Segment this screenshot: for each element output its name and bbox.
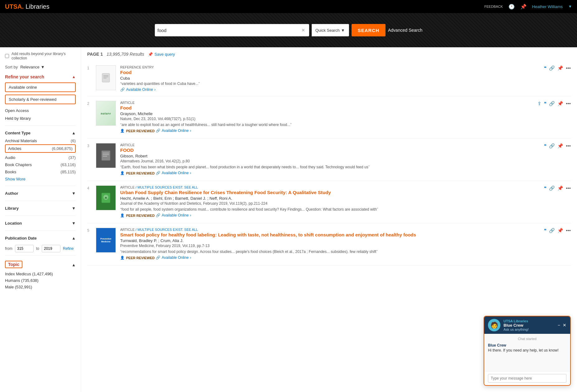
- content-type-item[interactable]: Audio (37): [5, 154, 76, 161]
- result-type-link[interactable]: / multiple sources exist. see all: [135, 185, 198, 189]
- quick-search-arrow-icon: ▼: [341, 28, 345, 33]
- result-title[interactable]: Food: [120, 70, 571, 75]
- topic-label[interactable]: Topic: [5, 261, 22, 268]
- topic-item[interactable]: Male (532,991): [5, 284, 76, 290]
- sort-dropdown[interactable]: Relevance ▼: [20, 65, 45, 69]
- available-online-link[interactable]: 🔗 Available Online ›: [120, 87, 156, 92]
- pin-icon[interactable]: 📌: [520, 4, 527, 10]
- chat-input[interactable]: [488, 374, 566, 383]
- result-title[interactable]: Food: [120, 105, 571, 110]
- link-copy-icon[interactable]: 🔗: [549, 143, 555, 149]
- result-type: ARTICLE / multiple sources exist. see al…: [120, 228, 571, 231]
- save-query-button[interactable]: 📌 Save query: [148, 52, 175, 57]
- available-online-link[interactable]: 🔗 Available Online ›: [156, 213, 191, 217]
- pub-date-from-input[interactable]: [15, 245, 34, 252]
- cite-icon[interactable]: ❝: [544, 65, 546, 71]
- refine-header: Refine your search ▲: [5, 74, 76, 79]
- cite-icon[interactable]: ❝: [544, 228, 546, 233]
- divider5: [5, 231, 76, 231]
- link-icon: 🔗: [156, 171, 160, 175]
- content-type-item[interactable]: Archival Materials (6): [5, 137, 76, 144]
- pub-date-label: Publication Date: [5, 236, 37, 240]
- history-icon[interactable]: 🕐: [508, 4, 515, 10]
- pub-date-to-input[interactable]: [42, 245, 60, 252]
- filter-open-access-link[interactable]: Open Access: [5, 107, 76, 114]
- search-submit-button[interactable]: SEARCH: [352, 24, 385, 36]
- result-body: REFERENCE ENTRY Food Cuba “varieties and…: [120, 65, 571, 92]
- link-icon: 🔗: [120, 87, 125, 92]
- topic-toggle-icon[interactable]: ▲: [72, 263, 76, 267]
- more-actions-icon[interactable]: •••: [566, 101, 571, 106]
- result-number: 5: [87, 228, 92, 261]
- pub-date-refine-button[interactable]: Refine: [63, 246, 74, 251]
- available-online-link[interactable]: 🔗 Available Online ›: [156, 255, 191, 260]
- quick-search-button[interactable]: Quick Search ▼: [312, 24, 349, 36]
- link-copy-icon[interactable]: 🔗: [549, 101, 555, 106]
- user-dropdown-icon[interactable]: ▼: [568, 4, 572, 9]
- library-header[interactable]: Library ▼: [5, 204, 76, 212]
- available-online-link[interactable]: 🔗 Available Online ›: [156, 171, 191, 175]
- filter-held-by-library-link[interactable]: Held by library: [5, 114, 76, 122]
- link-copy-icon[interactable]: 🔗: [549, 228, 555, 233]
- location-header[interactable]: Location ▼: [5, 219, 76, 227]
- pin-icon[interactable]: 📌: [557, 228, 563, 233]
- chat-brand: UTSA Libraries: [504, 319, 529, 323]
- result-thumb: [96, 185, 116, 210]
- content-type-item[interactable]: Books (85,115): [5, 168, 76, 175]
- search-clear-button[interactable]: ✕: [300, 28, 306, 33]
- refine-toggle[interactable]: ▲: [72, 75, 76, 79]
- more-actions-icon[interactable]: •••: [566, 143, 571, 148]
- content-type-header[interactable]: Content Type ▲: [5, 129, 76, 137]
- search-input[interactable]: [158, 28, 300, 33]
- topic-item[interactable]: Index Medicus (1,427,496): [5, 271, 76, 277]
- topic-item[interactable]: Humans (735,638): [5, 277, 76, 284]
- author-header[interactable]: Author ▼: [5, 189, 76, 198]
- chat-close-button[interactable]: ✕: [563, 323, 566, 328]
- pub-date-header[interactable]: Publication Date ▲: [5, 234, 76, 242]
- add-results-checkbox[interactable]: [5, 54, 9, 58]
- more-actions-icon[interactable]: •••: [566, 228, 571, 233]
- result-type-link[interactable]: / multiple sources exist. see all: [135, 228, 198, 231]
- arrow-icon: ›: [154, 87, 156, 92]
- site-logo[interactable]: UTSA. Libraries: [5, 3, 50, 10]
- divider3: [5, 201, 76, 201]
- content-type-label: Articles: [8, 146, 52, 151]
- arrow-icon: ›: [190, 128, 191, 133]
- more-actions-icon[interactable]: •••: [566, 185, 571, 191]
- search-bar-container: ✕ Quick Search ▼ SEARCH Advanced Search: [149, 24, 429, 36]
- pin-icon[interactable]: 📌: [557, 185, 563, 191]
- share-icon[interactable]: ⇪: [537, 101, 542, 106]
- pin-icon[interactable]: 📌: [557, 143, 563, 149]
- peer-reviewed-badge: 👤 PEER REVIEWED: [120, 129, 155, 133]
- chat-input-area: [484, 371, 570, 385]
- hero-banner: ✕ Quick Search ▼ SEARCH Advanced Search: [0, 13, 577, 47]
- result-snippet: “recommendations for smart food policy d…: [120, 249, 571, 254]
- result-title[interactable]: Smart food policy for healthy food label…: [120, 232, 571, 237]
- advanced-search-link[interactable]: Advanced Search: [388, 28, 423, 33]
- result-actions: ❝ 🔗 📌 •••: [544, 228, 571, 233]
- available-online-label: Available Online: [162, 171, 189, 175]
- available-online-link[interactable]: 🔗 Available Online ›: [156, 128, 191, 133]
- link-copy-icon[interactable]: 🔗: [549, 185, 555, 191]
- result-title[interactable]: Urban Food Supply Chain Resilience for C…: [120, 190, 571, 195]
- more-actions-icon[interactable]: •••: [566, 65, 571, 71]
- filter-available-online-button[interactable]: Available online: [5, 82, 76, 92]
- result-title[interactable]: FOOD: [120, 147, 571, 153]
- library-label: Library: [5, 206, 19, 211]
- pin-icon[interactable]: 📌: [557, 101, 563, 106]
- show-more-link[interactable]: Show More: [5, 175, 76, 183]
- link-copy-icon[interactable]: 🔗: [549, 65, 555, 71]
- pin-icon[interactable]: 📌: [557, 65, 563, 71]
- chat-minimize-button[interactable]: −: [558, 323, 560, 328]
- filter-scholarly-button[interactable]: Scholarly & Peer-reviewed: [5, 95, 76, 104]
- cite-icon[interactable]: ❝: [544, 143, 546, 149]
- result-type: REFERENCE ENTRY: [120, 65, 571, 69]
- cite-icon[interactable]: ❝: [544, 185, 546, 191]
- topic-header: Topic ▲: [5, 259, 76, 271]
- content-type-item[interactable]: Articles (6,066,875): [5, 144, 76, 153]
- feedback-link[interactable]: FEEDBACK: [485, 5, 503, 8]
- cite-icon[interactable]: ❝: [544, 101, 546, 106]
- content-type-item[interactable]: Book Chapters (63,116): [5, 161, 76, 168]
- user-name[interactable]: Heather Williams: [532, 4, 563, 9]
- add-results-row: Add results beyond your library's collec…: [5, 52, 76, 60]
